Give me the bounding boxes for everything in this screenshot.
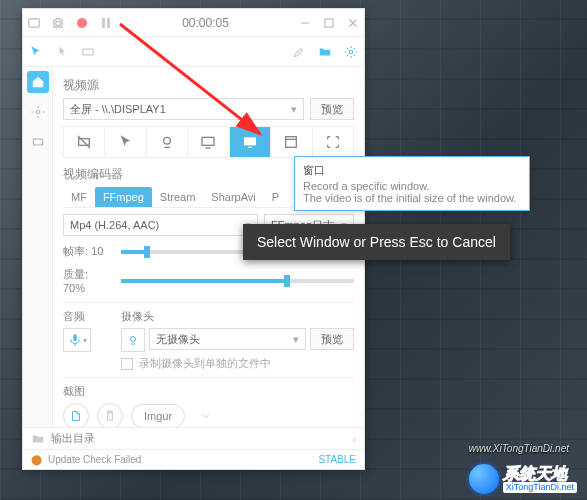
statusbar: ⬤ Update Check Failed STABLE: [23, 449, 364, 469]
folder-icon[interactable]: [318, 45, 332, 59]
svg-rect-14: [248, 147, 252, 148]
tooltip-title: 窗口: [303, 163, 521, 178]
channel-label: STABLE: [318, 454, 356, 465]
output-dir-label: 输出目录: [51, 431, 95, 446]
encoder-tab-more[interactable]: P: [264, 187, 287, 207]
encoder-tab-mf[interactable]: MF: [63, 187, 95, 207]
update-status: Update Check Failed: [48, 454, 141, 465]
svg-rect-3: [325, 18, 333, 26]
screenshot-icon[interactable]: [27, 16, 41, 30]
tooltip-line2: The video is of the initial size of the …: [303, 192, 521, 204]
side-tabs: [23, 67, 53, 427]
watermark-logo: 系统天地 XiTongTianDi.net: [469, 464, 577, 494]
record-button[interactable]: [75, 16, 89, 30]
camera-label: 摄像头: [121, 309, 354, 324]
encoder-tab-ffmpeg[interactable]: FFmpeg: [95, 187, 152, 207]
audio-label: 音频: [63, 309, 91, 324]
screenshot-more-button[interactable]: [193, 403, 219, 427]
keyboard-icon[interactable]: [81, 45, 95, 59]
svg-point-8: [36, 110, 40, 114]
camera-checkbox-label: 录制摄像头到单独的文件中: [139, 356, 271, 371]
svg-rect-12: [202, 137, 214, 145]
svg-rect-15: [286, 137, 297, 148]
watermark-url: www.XiTongTianDi.net: [469, 443, 569, 454]
settings-icon[interactable]: [344, 45, 358, 59]
window-mode-tooltip: 窗口 Record a specific window. The video i…: [294, 156, 530, 211]
timer: 00:00:05: [182, 16, 229, 30]
camera-preview-button[interactable]: 预览: [310, 328, 354, 350]
screenshot-clipboard-button[interactable]: [97, 403, 123, 427]
minimize-icon[interactable]: [298, 16, 312, 30]
globe-icon: [469, 464, 499, 494]
warning-icon: ⬤: [31, 454, 42, 465]
svg-rect-9: [33, 139, 42, 145]
video-source-label: 视频源: [63, 77, 354, 94]
source-nocapture[interactable]: [64, 127, 105, 157]
maximize-icon[interactable]: [322, 16, 336, 30]
select-window-overlay: Select Window or Press Esc to Cancel: [243, 224, 510, 260]
toolbar: [23, 37, 364, 67]
quality-slider-row: 质量: 70%: [63, 267, 354, 294]
quality-slider[interactable]: [121, 279, 354, 283]
pause-button[interactable]: [99, 16, 113, 30]
source-screen[interactable]: [188, 127, 229, 157]
source-mode-row: [63, 126, 354, 158]
chevron-right-icon: ›: [352, 433, 356, 445]
svg-point-17: [131, 337, 136, 342]
chevron-down-icon: ▾: [291, 103, 297, 116]
camera-icon-button[interactable]: [121, 328, 145, 352]
output-dir-row[interactable]: 输出目录 ›: [23, 427, 364, 449]
source-webcam[interactable]: [147, 127, 188, 157]
source-monitor[interactable]: [230, 127, 271, 157]
titlebar: 00:00:05: [23, 9, 364, 37]
screenshot-disk-button[interactable]: [63, 403, 89, 427]
camera-icon[interactable]: [51, 16, 65, 30]
svg-rect-6: [83, 49, 94, 55]
pointer-icon[interactable]: [55, 45, 69, 59]
tab-settings[interactable]: [27, 101, 49, 123]
format-select[interactable]: Mp4 (H.264, AAC) ▾: [63, 214, 258, 236]
source-window[interactable]: [271, 127, 312, 157]
display-select[interactable]: 全屏 - \\.\DISPLAY1 ▾: [63, 98, 304, 120]
screenshot-label: 截图: [63, 384, 354, 399]
encoder-tab-stream[interactable]: Stream: [152, 187, 203, 207]
camera-select[interactable]: 无摄像头 ▾: [149, 328, 306, 350]
svg-point-1: [56, 21, 61, 26]
tooltip-line1: Record a specific window.: [303, 180, 521, 192]
svg-point-11: [164, 137, 171, 144]
tab-home[interactable]: [27, 71, 49, 93]
cursor-tool-icon[interactable]: [29, 45, 43, 59]
svg-rect-13: [244, 137, 256, 145]
encoder-tab-sharpavi[interactable]: SharpAvi: [203, 187, 263, 207]
close-icon[interactable]: [346, 16, 360, 30]
source-cursor[interactable]: [105, 127, 146, 157]
folder-icon: [31, 432, 45, 446]
tab-hotkeys[interactable]: [27, 131, 49, 153]
display-select-value: 全屏 - \\.\DISPLAY1: [70, 102, 166, 117]
source-region[interactable]: [313, 127, 353, 157]
chevron-down-icon: ▾: [293, 333, 299, 346]
svg-point-7: [349, 50, 353, 54]
preview-button[interactable]: 预览: [310, 98, 354, 120]
chevron-down-icon: ▾: [83, 336, 87, 345]
svg-rect-0: [29, 18, 40, 26]
screenshot-imgur-button[interactable]: Imgur: [131, 404, 185, 427]
camera-separate-checkbox[interactable]: [121, 358, 133, 370]
mic-button[interactable]: ▾: [63, 328, 91, 352]
brush-icon[interactable]: [292, 45, 306, 59]
